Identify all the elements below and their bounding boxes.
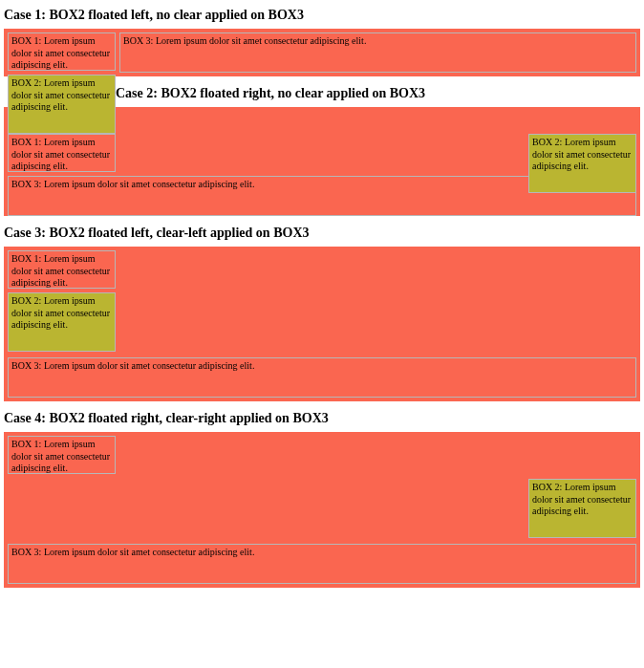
case-4-box2: BOX 2: Lorem ipsum dolor sit amet consec…	[528, 479, 636, 538]
case-2-box1: BOX 1: Lorem ipsum dolor sit amet consec…	[8, 134, 116, 172]
case-3-title: Case 3: BOX2 floated left, clear-left ap…	[4, 226, 640, 241]
case-1-box3: BOX 3: Lorem ipsum dolor sit amet consec…	[119, 32, 636, 73]
case-4-title: Case 4: BOX2 floated right, clear-right …	[4, 411, 640, 426]
case-1-container: BOX 1: Lorem ipsum dolor sit amet consec…	[4, 29, 640, 76]
case-1-title: Case 1: BOX2 floated left, no clear appl…	[4, 8, 640, 23]
case-3-box3: BOX 3: Lorem ipsum dolor sit amet consec…	[8, 357, 636, 398]
case-2-box2: BOX 2: Lorem ipsum dolor sit amet consec…	[528, 134, 636, 193]
case-3-box1: BOX 1: Lorem ipsum dolor sit amet consec…	[8, 250, 116, 289]
case-3-container: BOX 1: Lorem ipsum dolor sit amet consec…	[4, 247, 640, 401]
case-4-box1: BOX 1: Lorem ipsum dolor sit amet consec…	[8, 436, 116, 474]
case-4-container: BOX 1: Lorem ipsum dolor sit amet consec…	[4, 432, 640, 588]
case-1-box1: BOX 1: Lorem ipsum dolor sit amet consec…	[8, 32, 116, 71]
case-1-box2: BOX 2: Lorem ipsum dolor sit amet consec…	[8, 75, 116, 134]
case-2-title: Case 2: BOX2 floated right, no clear app…	[112, 86, 640, 101]
case-4-box3: BOX 3: Lorem ipsum dolor sit amet consec…	[8, 544, 636, 584]
case-3-box2: BOX 2: Lorem ipsum dolor sit amet consec…	[8, 292, 116, 352]
